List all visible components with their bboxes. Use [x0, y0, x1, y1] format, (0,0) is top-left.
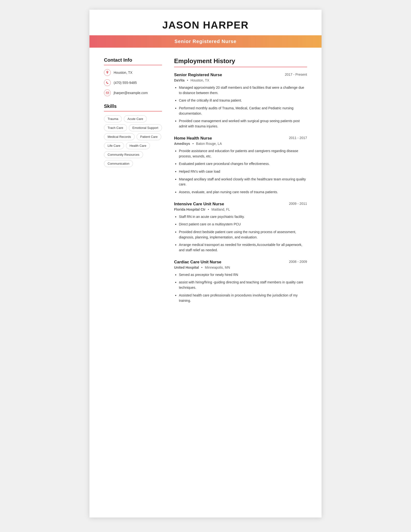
job-bullet-item: Direct patient care on a multisystem PCU	[174, 222, 307, 227]
jobs-container: Senior Registered Nurse2017 - PresentDaV…	[174, 73, 307, 303]
job-bullet-item: Helped RN's with case load	[174, 169, 307, 174]
job-bullet-item: Arrange medical trasnsport as needed for…	[174, 242, 307, 253]
job-bullet-item: Provided case management and worked with…	[174, 118, 307, 129]
main-content: Employment History Senior Registered Nur…	[174, 57, 307, 312]
skill-tag: Acute Care	[124, 115, 147, 122]
job-bullet-item: Assisted health care professionals in pr…	[174, 293, 307, 303]
job-bullets: Served as preceptor for newly hired RNas…	[174, 272, 307, 303]
job-bullet-item: assist with hiring/firing -guiding direc…	[174, 280, 307, 290]
job-entry: Cardiac Care Unit Nurse2008 - 2009United…	[174, 260, 307, 303]
sidebar: Contact Info Houston, TX	[104, 57, 162, 312]
location-icon	[104, 69, 111, 76]
header-section: JASON HARPER	[89, 10, 322, 31]
job-title: Cardiac Care Unit Nurse	[174, 260, 222, 265]
skills-heading: Skills	[104, 104, 162, 109]
job-bullets: Staff RN in an acute care psychiatric fa…	[174, 214, 307, 253]
skills-tags-container: TraumaAcute CareTrach CareEmotional Supp…	[104, 115, 162, 167]
job-bullet-item: Evaluated patient care procedural change…	[174, 161, 307, 167]
job-bullets: Managed approximately 20 staff members a…	[174, 85, 307, 129]
contact-email: jharper@example.com	[104, 89, 162, 96]
skill-tag: Emotional Support	[129, 124, 162, 131]
skill-tag: Medical Records	[104, 133, 135, 140]
job-company: United Hospital • Minneapolis, MN	[174, 266, 307, 269]
job-header: Home Health Nurse2011 - 2017	[174, 136, 307, 141]
job-bullet-item: Managed ancillary staff and worked close…	[174, 177, 307, 187]
skills-divider	[104, 111, 162, 112]
job-company: Florida Hospital Ctr • Maitland, FL	[174, 208, 307, 211]
email-text: jharper@example.com	[114, 91, 148, 95]
body-layout: Contact Info Houston, TX	[89, 48, 322, 322]
job-bullet-item: Managed approximately 20 staff members a…	[174, 85, 307, 95]
skill-tag: Trach Care	[104, 124, 127, 131]
candidate-title: Senior Registered Nurse	[175, 39, 236, 44]
job-dates: 2017 - Present	[285, 73, 307, 76]
skill-tag: Trauma	[104, 115, 122, 122]
skill-tag: Community Resources	[104, 151, 143, 158]
job-entry: Intensive Care Unit Nurse2009 - 2011Flor…	[174, 202, 307, 253]
job-bullet-item: Served as preceptor for newly hired RN	[174, 272, 307, 278]
contact-phone: (470) 555-9485	[104, 79, 162, 86]
job-dates: 2011 - 2017	[289, 136, 307, 140]
email-icon	[104, 89, 111, 96]
job-title: Home Health Nurse	[174, 136, 212, 141]
job-header: Senior Registered Nurse2017 - Present	[174, 73, 307, 77]
job-bullet-item: Provide assistance and education for pat…	[174, 149, 307, 159]
contact-section: Contact Info Houston, TX	[104, 57, 162, 96]
job-entry: Home Health Nurse2011 - 2017Amedisys • B…	[174, 136, 307, 195]
job-dates: 2008 - 2009	[289, 260, 307, 264]
skill-tag: Communication	[104, 160, 133, 167]
job-bullet-item: Staff RN in an acute care psychiatric fa…	[174, 214, 307, 219]
resume-document: JASON HARPER Senior Registered Nurse Con…	[89, 10, 322, 517]
job-header: Intensive Care Unit Nurse2009 - 2011	[174, 202, 307, 207]
employment-heading: Employment History	[174, 57, 307, 65]
skill-tag: Health Care	[126, 142, 150, 149]
contact-location: Houston, TX	[104, 69, 162, 76]
job-bullets: Provide assistance and education for pat…	[174, 149, 307, 195]
contact-divider	[104, 65, 162, 65]
job-bullet-item: Performed monthly audits of Trauma, Medi…	[174, 106, 307, 116]
job-bullet-item: Care of the critically ill and trauma pa…	[174, 98, 307, 103]
job-header: Cardiac Care Unit Nurse2008 - 2009	[174, 260, 307, 265]
location-text: Houston, TX	[114, 71, 132, 75]
title-bar: Senior Registered Nurse	[89, 35, 322, 48]
job-company: Amedisys • Baton Rouge, LA	[174, 142, 307, 146]
job-dates: 2009 - 2011	[289, 202, 307, 206]
phone-text: (470) 555-9485	[114, 81, 137, 85]
skills-section: Skills TraumaAcute CareTrach CareEmotion…	[104, 104, 162, 167]
phone-icon	[104, 79, 111, 86]
skill-tag: Life Care	[104, 142, 124, 149]
skill-tag: Patient Care	[137, 133, 161, 140]
svg-rect-0	[106, 92, 109, 94]
job-entry: Senior Registered Nurse2017 - PresentDaV…	[174, 73, 307, 129]
job-title: Intensive Care Unit Nurse	[174, 202, 224, 207]
candidate-name: JASON HARPER	[104, 19, 307, 31]
job-bullet-item: Provided direct bedside patient care usi…	[174, 229, 307, 240]
employment-divider	[174, 67, 307, 67]
employment-section: Employment History Senior Registered Nur…	[174, 57, 307, 303]
job-title: Senior Registered Nurse	[174, 73, 222, 77]
job-company: DaVita • Houston, TX	[174, 78, 307, 82]
contact-heading: Contact Info	[104, 57, 162, 63]
job-bullet-item: Assess, evaluate, and plan nursing care …	[174, 190, 307, 195]
